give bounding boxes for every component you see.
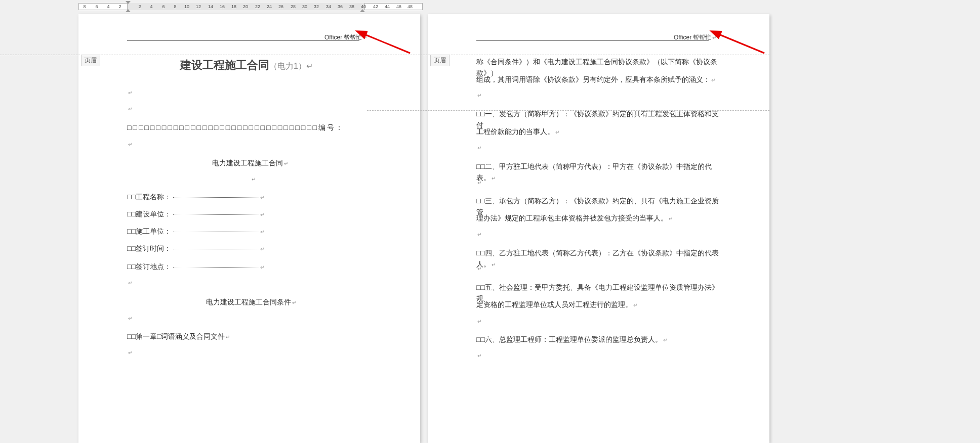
field-construct-unit: □□施工单位： [127, 226, 264, 237]
page-1: Officer 帮帮忙 建设工程施工合同（电力1）↵ □□□□□□□□□□□□□… [78, 14, 420, 443]
header-label-p2[interactable]: 页眉 [430, 55, 450, 66]
p2-blank-7 [476, 352, 481, 360]
ruler-tick: 30 [302, 3, 307, 10]
ruler-tick: 32 [314, 3, 319, 10]
ruler-tick: 34 [326, 3, 331, 10]
ruler-tick: 2 [138, 3, 141, 10]
blank-line-6 [127, 315, 132, 323]
p2-para1b: 组成，其用词用语除《协议条款》另有约定外，应具有本条所赋予的涵义： [476, 74, 719, 85]
ruler-tick: 44 [385, 3, 390, 10]
page-2: Officer 帮帮忙 称《合同条件》）和《电力建设工程施工合同协议条款》（以下… [428, 14, 769, 443]
indent-marker-top[interactable] [126, 1, 131, 4]
p2-blank-2 [476, 144, 481, 152]
ruler-tick: 36 [338, 3, 343, 10]
blank-line-3 [127, 141, 132, 149]
document-title: 建设工程施工合同（电力1）↵ [180, 58, 313, 73]
header-separator-dashed [0, 55, 769, 55]
ruler-tick: 8 [83, 3, 86, 10]
header-text-p2: Officer 帮帮忙 [674, 33, 716, 42]
blank-line-1 [127, 89, 132, 97]
numbering-line: □□□□□□□□□□□□□□□□□□□□□□□□□□□□□□□□□编号： [127, 122, 344, 133]
ruler-tick: 4 [150, 3, 152, 10]
ruler-tick: 24 [267, 3, 272, 10]
p2-para5: □□四、乙方驻工地代表（简称乙方代表）：乙方在《协议条款》中指定的代表人。 [476, 247, 729, 270]
ruler-tick: 2 [118, 3, 121, 10]
p2-para3: □□二、甲方驻工地代表（简称甲方代表）：甲方在《协议条款》中指定的代表。 [476, 161, 724, 184]
p2-blank-3 [476, 179, 481, 187]
p2-para6b: 定资格的工程监理单位或人员对工程进行的监理。 [476, 299, 637, 310]
p2-blank-6 [476, 318, 481, 326]
header-text-p1: Officer 帮帮忙 [324, 33, 367, 42]
ruler-tick: 42 [373, 3, 378, 10]
ruler-tick: 14 [208, 3, 213, 10]
blank-line-2 [127, 105, 132, 113]
blank-line-7 [127, 349, 132, 357]
ruler-tick: 48 [407, 3, 413, 10]
p2-blank-5 [476, 265, 481, 273]
ruler-tick: 26 [278, 3, 283, 10]
p2-para2b: 工程价款能力的当事人。 [476, 126, 559, 137]
chapter-1-heading: □□第一章□词语涵义及合同文件 [127, 331, 230, 342]
field-project-name: □□工程名称： [127, 191, 264, 202]
p2-blank-4 [476, 231, 481, 239]
ruler-tick: 8 [174, 3, 176, 10]
ruler-tick: 4 [107, 3, 109, 10]
annotation-dashed-line [367, 110, 769, 111]
ruler-tick: 16 [220, 3, 225, 10]
ruler-tick: 20 [243, 3, 248, 10]
center-subtitle-2: 电力建设工程施工合同条件 [206, 296, 296, 307]
ruler-tick: 6 [95, 3, 98, 10]
ruler-tick: 38 [349, 3, 354, 10]
p2-para4b: 理办法》规定的工程承包主体资格并被发包方接受的当事人。 [476, 212, 673, 224]
ruler[interactable]: 8642246810121416182022242628303234363840… [78, 3, 423, 10]
field-sign-time: □□签订时间： [127, 243, 264, 254]
p2-para7: □□六、总监理工程师：工程监理单位委派的监理总负责人。 [476, 334, 667, 345]
ruler-tick: 40 [361, 3, 366, 10]
blank-line-5 [127, 279, 132, 287]
title-main: 建设工程施工合同 [180, 59, 269, 71]
ruler-tick: 46 [396, 3, 401, 10]
title-sub: （电力1）↵ [269, 62, 313, 70]
ruler-tick: 12 [196, 3, 201, 10]
field-sign-place: □□签订地点： [127, 261, 264, 272]
ruler-tick: 28 [291, 3, 296, 10]
ruler-tick: 6 [162, 3, 165, 10]
p2-blank-1 [476, 92, 481, 100]
center-subtitle-1: 电力建设工程施工合同 [212, 157, 288, 168]
header-label-p1[interactable]: 页眉 [81, 55, 100, 66]
indent-marker-bottom-left[interactable] [126, 9, 131, 12]
field-build-unit: □□建设单位： [127, 208, 264, 219]
ruler-tick: 18 [231, 3, 236, 10]
ruler-tick: 22 [255, 3, 260, 10]
blank-line-4 [251, 175, 256, 184]
ruler-tick: 10 [184, 3, 189, 10]
